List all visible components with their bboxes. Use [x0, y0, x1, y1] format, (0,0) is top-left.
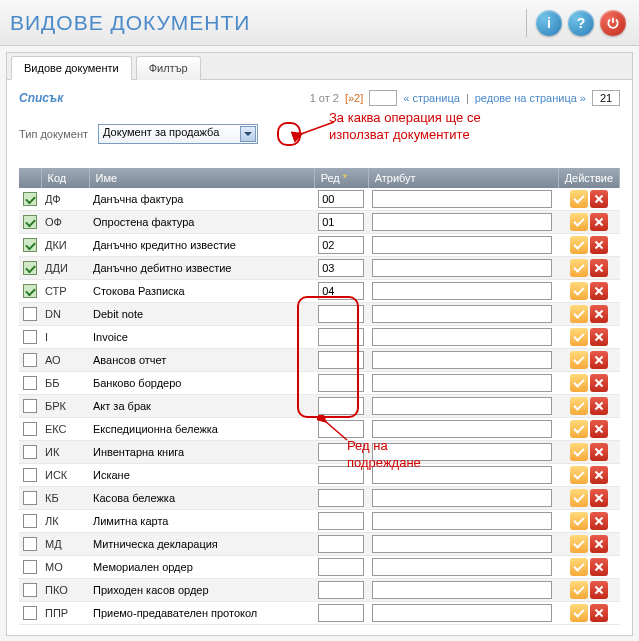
row-edit-button[interactable] — [570, 535, 588, 553]
pager-next[interactable]: [»2] — [345, 92, 363, 104]
row-delete-button[interactable] — [590, 374, 608, 392]
row-order-input[interactable] — [318, 558, 364, 576]
row-order-input[interactable] — [318, 213, 364, 231]
row-delete-button[interactable] — [590, 420, 608, 438]
row-attr-input[interactable] — [372, 535, 552, 553]
row-order-input[interactable] — [318, 512, 364, 530]
row-edit-button[interactable] — [570, 489, 588, 507]
row-delete-button[interactable] — [590, 351, 608, 369]
row-edit-button[interactable] — [570, 420, 588, 438]
row-delete-button[interactable] — [590, 190, 608, 208]
row-attr-input[interactable] — [372, 190, 552, 208]
row-checkbox[interactable] — [23, 330, 37, 344]
row-checkbox[interactable] — [23, 307, 37, 321]
row-attr-input[interactable] — [372, 558, 552, 576]
row-checkbox[interactable] — [23, 238, 37, 252]
row-attr-input[interactable] — [372, 374, 552, 392]
row-attr-input[interactable] — [372, 351, 552, 369]
row-delete-button[interactable] — [590, 581, 608, 599]
row-delete-button[interactable] — [590, 397, 608, 415]
row-order-input[interactable] — [318, 328, 364, 346]
row-edit-button[interactable] — [570, 443, 588, 461]
row-checkbox[interactable] — [23, 514, 37, 528]
row-delete-button[interactable] — [590, 512, 608, 530]
row-checkbox[interactable] — [23, 445, 37, 459]
row-attr-input[interactable] — [372, 420, 552, 438]
row-checkbox[interactable] — [23, 537, 37, 551]
row-attr-input[interactable] — [372, 305, 552, 323]
row-edit-button[interactable] — [570, 351, 588, 369]
row-checkbox[interactable] — [23, 399, 37, 413]
row-checkbox[interactable] — [23, 491, 37, 505]
row-delete-button[interactable] — [590, 305, 608, 323]
tab-document-types[interactable]: Видове документи — [11, 56, 132, 80]
row-delete-button[interactable] — [590, 236, 608, 254]
pager-page-link[interactable]: « страница — [403, 92, 460, 104]
col-code[interactable]: Код — [41, 168, 89, 188]
row-attr-input[interactable] — [372, 236, 552, 254]
row-edit-button[interactable] — [570, 328, 588, 346]
pager-rows-input[interactable] — [592, 90, 620, 106]
row-checkbox[interactable] — [23, 560, 37, 574]
row-checkbox[interactable] — [23, 468, 37, 482]
row-checkbox[interactable] — [23, 284, 37, 298]
row-edit-button[interactable] — [570, 512, 588, 530]
row-order-input[interactable] — [318, 466, 364, 484]
help-button[interactable]: ? — [568, 10, 594, 36]
row-checkbox[interactable] — [23, 583, 37, 597]
row-order-input[interactable] — [318, 374, 364, 392]
row-delete-button[interactable] — [590, 443, 608, 461]
row-delete-button[interactable] — [590, 535, 608, 553]
row-checkbox[interactable] — [23, 353, 37, 367]
row-order-input[interactable] — [318, 305, 364, 323]
col-order[interactable]: Ред * — [314, 168, 368, 188]
row-edit-button[interactable] — [570, 397, 588, 415]
row-edit-button[interactable] — [570, 213, 588, 231]
row-order-input[interactable] — [318, 489, 364, 507]
row-checkbox[interactable] — [23, 606, 37, 620]
row-edit-button[interactable] — [570, 282, 588, 300]
row-order-input[interactable] — [318, 397, 364, 415]
tab-filter[interactable]: Филтър — [136, 56, 201, 80]
row-order-input[interactable] — [318, 443, 364, 461]
row-attr-input[interactable] — [372, 213, 552, 231]
row-delete-button[interactable] — [590, 213, 608, 231]
row-attr-input[interactable] — [372, 466, 552, 484]
row-delete-button[interactable] — [590, 466, 608, 484]
row-delete-button[interactable] — [590, 282, 608, 300]
row-delete-button[interactable] — [590, 604, 608, 622]
col-attr[interactable]: Атрибут — [368, 168, 558, 188]
row-attr-input[interactable] — [372, 397, 552, 415]
row-order-input[interactable] — [318, 581, 364, 599]
row-attr-input[interactable] — [372, 489, 552, 507]
row-order-input[interactable] — [318, 604, 364, 622]
row-order-input[interactable] — [318, 190, 364, 208]
pager-page-input[interactable] — [369, 90, 397, 106]
row-edit-button[interactable] — [570, 581, 588, 599]
pager-rows-link[interactable]: редове на страница » — [475, 92, 586, 104]
row-edit-button[interactable] — [570, 236, 588, 254]
row-edit-button[interactable] — [570, 466, 588, 484]
doc-type-select[interactable]: Документ за продажба — [98, 124, 258, 144]
row-edit-button[interactable] — [570, 259, 588, 277]
row-checkbox[interactable] — [23, 192, 37, 206]
row-attr-input[interactable] — [372, 282, 552, 300]
row-attr-input[interactable] — [372, 259, 552, 277]
row-attr-input[interactable] — [372, 512, 552, 530]
row-attr-input[interactable] — [372, 581, 552, 599]
row-checkbox[interactable] — [23, 422, 37, 436]
info-button[interactable]: i — [536, 10, 562, 36]
row-order-input[interactable] — [318, 351, 364, 369]
logout-button[interactable] — [600, 10, 626, 36]
col-name[interactable]: Име — [89, 168, 314, 188]
row-edit-button[interactable] — [570, 374, 588, 392]
row-order-input[interactable] — [318, 236, 364, 254]
row-attr-input[interactable] — [372, 328, 552, 346]
row-delete-button[interactable] — [590, 489, 608, 507]
row-attr-input[interactable] — [372, 604, 552, 622]
row-edit-button[interactable] — [570, 190, 588, 208]
row-delete-button[interactable] — [590, 259, 608, 277]
row-attr-input[interactable] — [372, 443, 552, 461]
row-checkbox[interactable] — [23, 261, 37, 275]
row-order-input[interactable] — [318, 420, 364, 438]
